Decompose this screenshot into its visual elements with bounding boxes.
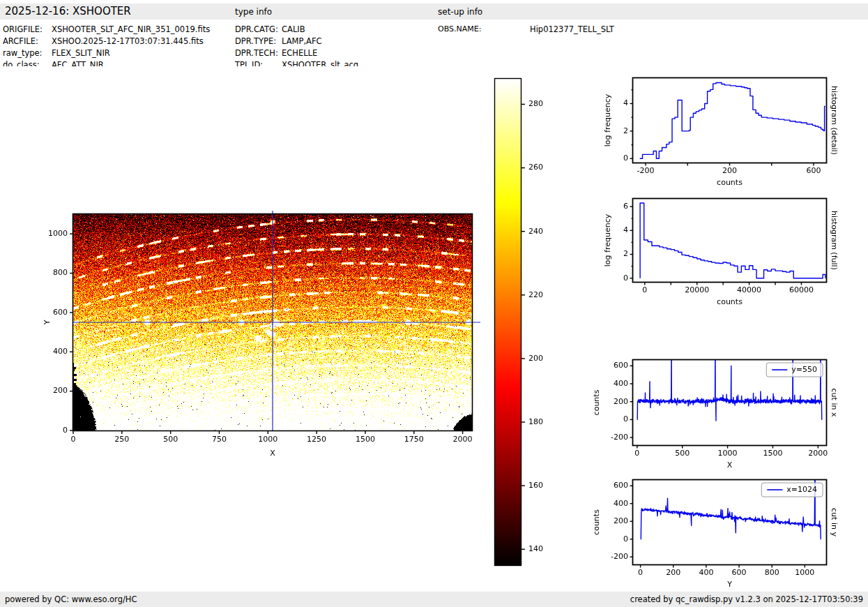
footer-bar: powered by QC: www.eso.org/HC created by… — [0, 592, 868, 607]
rawtype-label: raw_type: — [3, 48, 43, 58]
arcfile-label: ARCFILE: — [3, 36, 38, 46]
dprtype-label: DPR.TYPE: — [235, 36, 276, 46]
type-info-header: type info — [235, 7, 272, 17]
rawtype-value: FLEX_SLIT_NIR — [52, 48, 110, 58]
origfile-value: XSHOOTER_SLT_AFC_NIR_351_0019.fits — [52, 24, 210, 34]
dprtech-value: ECHELLE — [282, 48, 317, 58]
qc-report-page: 2025-12-16: XSHOOTER type info set-up in… — [0, 0, 868, 607]
dprcatg-value: CALIB — [282, 24, 305, 34]
dprtech-label: DPR.TECH: — [235, 48, 278, 58]
dprcatg-label: DPR.CATG: — [235, 24, 278, 34]
header-bar: 2025-12-16: XSHOOTER type info set-up in… — [0, 3, 868, 20]
obsname-label: OBS.NAME: — [438, 24, 481, 33]
footer-left: powered by QC: www.eso.org/HC — [5, 594, 137, 604]
figure-canvas — [0, 66, 868, 590]
footer-right: created by qc_rawdisp.py v1.2.3 on 2025-… — [630, 594, 863, 604]
page-title: 2025-12-16: XSHOOTER — [5, 5, 131, 17]
dprtype-value: LAMP,AFC — [282, 36, 322, 46]
obsname-value: Hip012377_TELL_SLT — [530, 24, 614, 34]
origfile-label: ORIGFILE: — [3, 24, 43, 34]
arcfile-value: XSHOO.2025-12-17T03:07:31.445.fits — [52, 36, 204, 46]
setup-info-header: set-up info — [438, 7, 482, 17]
